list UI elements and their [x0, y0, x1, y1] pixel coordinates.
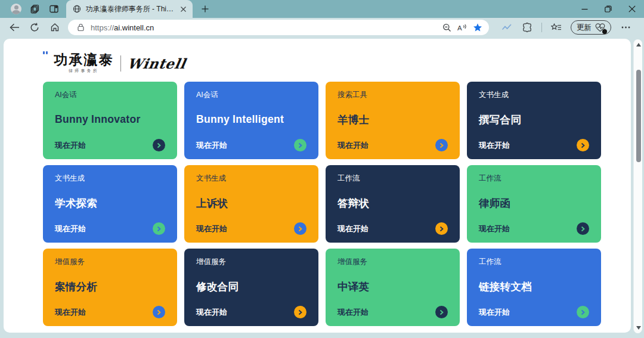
app-card[interactable]: 文书生成 撰写合同 现在开始 — [467, 82, 601, 159]
globe-favicon-icon — [72, 4, 82, 14]
card-start-arrow-button[interactable] — [294, 306, 306, 318]
card-start-arrow-button[interactable] — [153, 306, 165, 318]
card-title: 链接转文档 — [479, 280, 589, 294]
card-category: AI会话 — [196, 90, 306, 100]
card-start-label: 现在开始 — [196, 307, 227, 318]
app-card[interactable]: 增值服务 案情分析 现在开始 — [43, 249, 177, 326]
tab-title: 功承瀛泰律师事务所 - Thiel Intelli — [86, 4, 175, 14]
logo-quote-mark — [43, 51, 48, 54]
tab-close-icon[interactable] — [178, 4, 188, 14]
address-bar[interactable]: https://ai.wintell.cn A — [68, 20, 489, 35]
card-start-arrow-button[interactable] — [153, 139, 165, 151]
app-card-grid: AI会话 Bunny Innovator 现在开始 AI会话 Bunny Int… — [43, 82, 631, 326]
minimize-button[interactable] — [572, 0, 596, 18]
card-title: 上诉状 — [196, 196, 306, 210]
scrollbar-track[interactable] — [633, 39, 642, 333]
lock-icon[interactable] — [75, 22, 86, 33]
app-card[interactable]: AI会话 Bunny Intelligent 现在开始 — [184, 82, 318, 159]
arrow-right-icon — [298, 309, 303, 315]
zoom-out-icon[interactable] — [441, 22, 452, 33]
arrow-right-icon — [580, 142, 586, 148]
app-card[interactable]: 工作流 答辩状 现在开始 — [326, 165, 460, 243]
scroll-up-icon[interactable] — [636, 43, 641, 46]
card-start-label: 现在开始 — [479, 307, 510, 318]
card-start-arrow-button[interactable] — [435, 139, 448, 151]
scrollbar-thumb[interactable] — [636, 70, 641, 162]
profile-avatar[interactable] — [11, 4, 21, 14]
arrow-right-icon — [298, 142, 303, 148]
app-card[interactable]: 工作流 律师函 现在开始 — [467, 165, 601, 243]
more-menu-button[interactable] — [620, 21, 631, 33]
extensions-icon[interactable] — [521, 21, 533, 33]
card-start-label: 现在开始 — [338, 140, 369, 151]
favorite-star-icon[interactable] — [472, 22, 483, 33]
toolbar-divider — [541, 23, 542, 32]
app-card[interactable]: 增值服务 修改合同 现在开始 — [184, 249, 318, 326]
card-category: 增值服务 — [338, 257, 448, 267]
site-logo[interactable]: 功承瀛泰 律师事务所 Wintell — [43, 52, 631, 74]
favorites-list-icon[interactable] — [550, 21, 562, 33]
app-card[interactable]: 文书生成 上诉状 现在开始 — [184, 165, 318, 243]
browser-titlebar: 功承瀛泰律师事务所 - Thiel Intelli — [0, 0, 644, 18]
card-start-arrow-button[interactable] — [294, 139, 306, 151]
restore-button[interactable] — [596, 0, 620, 18]
card-start-label: 现在开始 — [55, 140, 86, 151]
logo-subtitle: 律师事务所 — [69, 68, 99, 74]
card-start-arrow-button[interactable] — [577, 306, 589, 318]
card-category: 搜索工具 — [338, 90, 448, 100]
workspaces-icon[interactable] — [30, 4, 40, 14]
arrow-right-icon — [156, 142, 162, 148]
card-start-label: 现在开始 — [55, 224, 86, 234]
card-category: 文书生成 — [479, 90, 589, 100]
card-category: 增值服务 — [196, 257, 306, 267]
card-title: 羊博士 — [338, 113, 448, 127]
app-card[interactable]: AI会话 Bunny Innovator 现在开始 — [43, 82, 177, 159]
card-start-arrow-button[interactable] — [577, 139, 589, 151]
card-title: Bunny Innovator — [55, 113, 165, 126]
home-button[interactable] — [49, 21, 61, 33]
url-host: ai.wintell.cn — [114, 23, 154, 32]
card-category: 工作流 — [338, 173, 448, 184]
card-start-label: 现在开始 — [196, 140, 227, 151]
update-button[interactable]: 更新 ! — [571, 20, 611, 35]
split-screen-icon[interactable] — [49, 4, 58, 14]
card-start-label: 现在开始 — [338, 224, 369, 234]
card-start-arrow-button[interactable] — [294, 222, 306, 235]
app-card[interactable]: 增值服务 中译英 现在开始 — [326, 249, 460, 326]
app-card[interactable]: 搜索工具 羊博士 现在开始 — [326, 82, 460, 159]
svg-text:A: A — [457, 24, 462, 32]
card-category: 文书生成 — [55, 173, 165, 184]
update-label: 更新 — [577, 23, 592, 33]
card-start-label: 现在开始 — [196, 224, 227, 234]
page-viewport: 功承瀛泰 律师事务所 Wintell AI会话 Bunny Innovator … — [0, 37, 644, 338]
card-title: 学术探索 — [55, 196, 165, 210]
arrow-right-icon — [439, 142, 444, 148]
card-start-arrow-button[interactable] — [577, 222, 589, 235]
new-tab-button[interactable] — [199, 3, 211, 15]
browser-tab[interactable]: 功承瀛泰律师事务所 - Thiel Intelli — [66, 0, 193, 18]
url-scheme: https:// — [91, 23, 114, 32]
close-button[interactable] — [620, 0, 644, 18]
read-aloud-icon[interactable]: A — [457, 22, 467, 33]
card-title: 撰写合同 — [479, 113, 589, 127]
refresh-button[interactable] — [29, 21, 41, 33]
performance-wave-icon[interactable] — [501, 21, 513, 33]
card-start-label: 现在开始 — [479, 224, 510, 234]
page-content: 功承瀛泰 律师事务所 Wintell AI会话 Bunny Innovator … — [4, 39, 631, 333]
card-category: 文书生成 — [196, 173, 306, 184]
app-card[interactable]: 工作流 链接转文档 现在开始 — [467, 249, 601, 326]
card-start-arrow-button[interactable] — [435, 222, 448, 235]
scroll-down-icon[interactable] — [636, 326, 641, 330]
card-start-arrow-button[interactable] — [435, 306, 448, 318]
logo-divider — [120, 55, 122, 72]
card-start-arrow-button[interactable] — [153, 222, 165, 235]
back-button[interactable] — [8, 21, 20, 33]
card-category: 增值服务 — [55, 257, 165, 267]
card-title: 案情分析 — [55, 280, 165, 294]
arrow-right-icon — [439, 226, 444, 232]
app-card[interactable]: 文书生成 学术探索 现在开始 — [43, 165, 177, 243]
logo-english-name: Wintell — [126, 55, 187, 72]
arrow-right-icon — [580, 309, 586, 315]
url-text[interactable]: https://ai.wintell.cn — [91, 23, 436, 32]
card-category: AI会话 — [55, 90, 165, 100]
